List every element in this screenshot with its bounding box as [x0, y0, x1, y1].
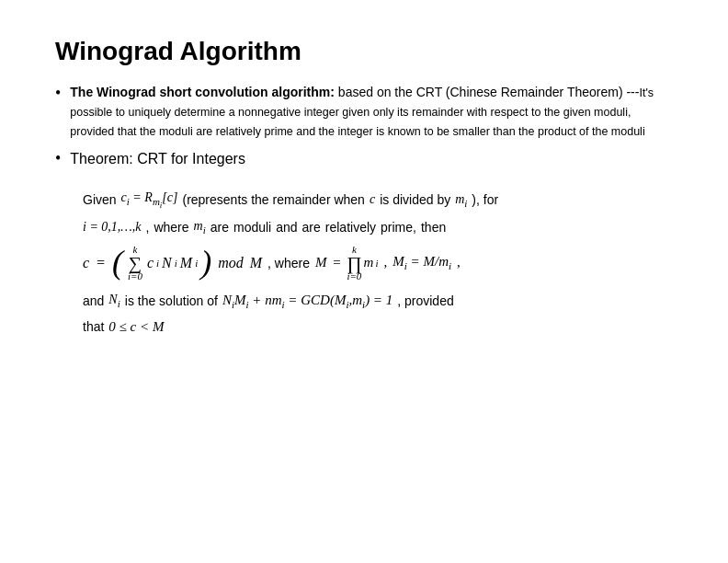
given-formula: ci = Rmi[c]	[121, 190, 178, 210]
bullet-2: • Theorem: CRT for Integers	[55, 148, 673, 181]
c-sum-eq: c = ( k ∑ i=0 ciNiMi ) mod M	[83, 245, 262, 282]
mi-var: mi	[455, 192, 467, 209]
bullet-1-bold: The Winograd short convolution algorithm…	[70, 85, 335, 99]
math-line-5: that 0 ≤ c < M	[83, 319, 673, 335]
is-solution-text: is the solution of	[125, 293, 218, 308]
left-paren: (	[112, 248, 123, 277]
bullet-2-text: Theorem: CRT for Integers	[70, 148, 245, 170]
Mi-eq: Mi = M/mi	[392, 254, 451, 271]
sum-lower: i=0	[128, 271, 142, 282]
sum-block: k ∑ i=0	[128, 245, 142, 282]
prod-block: k ∏ i=0	[347, 245, 361, 282]
math-line-2: i = 0,1,…,k , where mi are moduli and ar…	[83, 219, 673, 236]
page-title: Winograd Algorithm	[55, 37, 673, 66]
bullet-1-text: The Winograd short convolution algorithm…	[70, 83, 673, 141]
c-var: c	[370, 192, 375, 207]
page: Winograd Algorithm • The Winograd short …	[0, 0, 728, 381]
M-prod: M = k ∏ i=0 mi	[315, 245, 379, 282]
represents-text: (represents the remainder when	[182, 192, 364, 207]
given-label: Given	[83, 192, 117, 207]
and2-label: and	[83, 293, 104, 308]
where2-label: , where	[267, 256, 310, 270]
i-range: i = 0,1,…,k	[83, 220, 142, 235]
and-text: and	[276, 220, 297, 235]
Ni-var: Ni	[108, 293, 119, 309]
bullet-dot-2: •	[55, 149, 61, 168]
prod-lower: i=0	[347, 271, 361, 282]
is-divided-text: is divided by	[380, 192, 450, 207]
trailing-comma: ,	[457, 255, 461, 270]
relatively-text: relatively	[325, 220, 376, 235]
comma-sep: ,	[384, 255, 388, 270]
math-line-4: and Ni is the solution of NiMi + nmi = G…	[83, 293, 673, 310]
math-line-1: Given ci = Rmi[c] (represents the remain…	[83, 190, 673, 210]
mi-formula: mi	[194, 219, 206, 236]
right-paren: )	[200, 248, 211, 277]
prod-symbol: ∏	[347, 255, 361, 271]
gcd-eq: NiMi + nmi = GCD(Mi,mi) = 1	[222, 293, 392, 310]
then-text: then	[421, 220, 446, 235]
bound-formula: 0 ≤ c < M	[108, 319, 164, 335]
are-text: are	[210, 220, 229, 235]
prime-text: prime,	[381, 220, 416, 235]
for-text: ), for	[472, 192, 498, 207]
math-section: Given ci = Rmi[c] (represents the remain…	[83, 190, 673, 335]
are2-text: are	[302, 220, 321, 235]
bullet-1-mid: based on the CRT (Chinese Remainder Theo…	[335, 85, 639, 99]
that-label: that	[83, 319, 104, 334]
math-line-3: c = ( k ∑ i=0 ciNiMi ) mod M , where M =…	[83, 245, 673, 282]
sum-symbol: ∑	[129, 255, 142, 271]
bullet-1: • The Winograd short convolution algorit…	[55, 83, 673, 141]
bullet-dot-1: •	[55, 84, 61, 103]
moduli-text: moduli	[233, 220, 271, 235]
where-label: where	[154, 220, 188, 235]
provided-text: , provided	[397, 293, 453, 308]
